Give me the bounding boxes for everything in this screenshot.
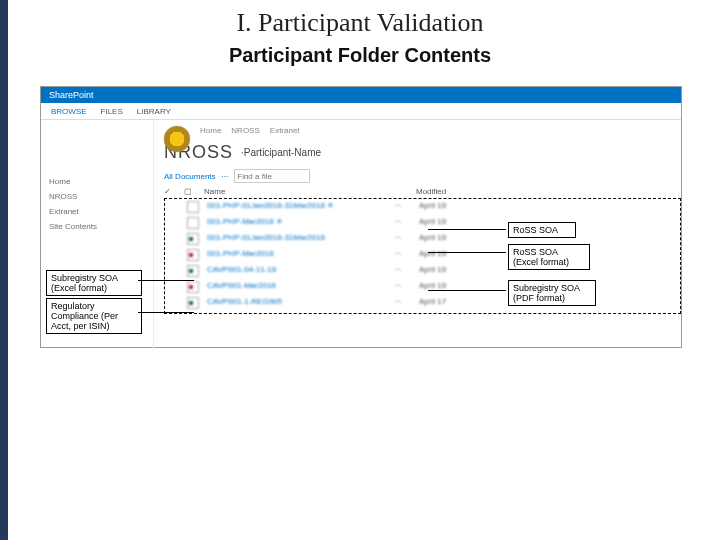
list-item[interactable]: 001-PHP-01Jan2018-31Mar2018···April 18 — [167, 232, 678, 248]
files-group-box: 001-PHP-01Jan2018-31Mar2018 ✳···April 18… — [164, 198, 681, 314]
annotation-ross-soa: RoSS SOA — [508, 222, 576, 238]
list-item[interactable]: CAVP001-1-REG905···April 17 — [167, 296, 678, 312]
tab-files[interactable]: FILES — [101, 107, 123, 116]
page-subtitle: Participant Folder Contents — [0, 38, 720, 67]
library-name: ·Participant-Name — [241, 147, 321, 158]
nav-nross[interactable]: NROSS — [49, 189, 149, 204]
list-item[interactable]: 001-PHP-Mar2018 ✳···April 18 — [167, 216, 678, 232]
nav-site-contents[interactable]: Site Contents — [49, 219, 149, 234]
tab-library[interactable]: LIBRARY — [137, 107, 171, 116]
list-item[interactable]: 001-PHP-Mar2018···April 18 — [167, 248, 678, 264]
sharepoint-brand: SharePoint — [41, 87, 681, 103]
tab-browse[interactable]: BROWSE — [51, 107, 87, 116]
list-item[interactable]: 001-PHP-01Jan2018-31Mar2018 ✳···April 18 — [167, 200, 678, 216]
ribbon-tabs: BROWSE FILES LIBRARY — [41, 103, 681, 120]
nav-extranet[interactable]: Extranet — [49, 204, 149, 219]
list-header: ✓ ▢ Name Modified — [164, 185, 681, 198]
annotation-subregistry-excel: Subregistry SOA (Excel format) — [46, 270, 142, 296]
search-input[interactable] — [234, 169, 310, 183]
annotation-subregistry-pdf: Subregistry SOA (PDF format) — [508, 280, 596, 306]
page-title: I. Participant Validation — [0, 0, 720, 38]
site-logo-icon — [164, 126, 190, 152]
annotation-ross-soa-excel: RoSS SOA (Excel format) — [508, 244, 590, 270]
annotation-regulatory: Regulatory Compliance (Per Acct, per ISI… — [46, 298, 142, 334]
list-item[interactable]: CAVP001-04-11-18···April 18 — [167, 264, 678, 280]
nav-home[interactable]: Home — [49, 174, 149, 189]
view-selector[interactable]: All Documents — [164, 172, 216, 181]
breadcrumb: Home NROSS Extranet — [154, 120, 681, 140]
list-item[interactable]: CAVP001-Mar2018···April 18 — [167, 280, 678, 296]
